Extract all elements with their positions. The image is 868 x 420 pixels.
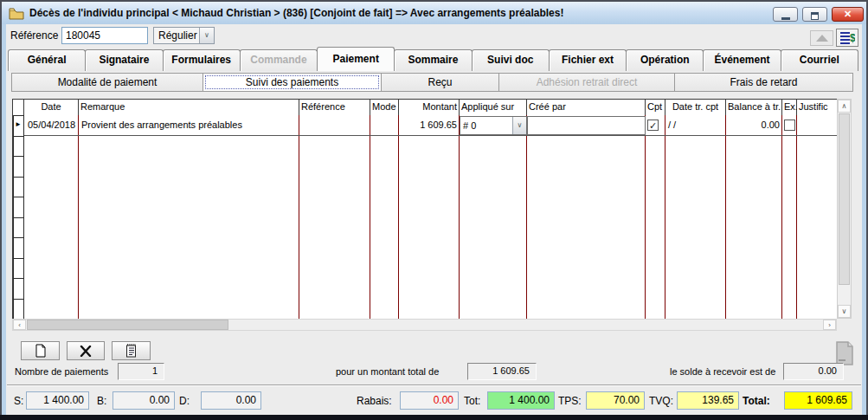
cell-exc [782, 115, 797, 136]
row-selector-cell[interactable] [13, 178, 24, 198]
total-amount-value: 1 609.65 [467, 363, 537, 380]
tab-formulaires[interactable]: Formulaires [163, 49, 241, 71]
vertical-scrollbar-thumb[interactable] [839, 113, 850, 285]
subtab-frais-de-retard[interactable]: Frais de retard [674, 73, 853, 92]
column-header-date: Date [24, 100, 79, 116]
new-document-icon [35, 344, 47, 358]
maximize-icon [811, 12, 819, 20]
file-type-select[interactable]: Régulier ∨ [153, 27, 215, 44]
cell-justification [797, 115, 838, 136]
tab-signataire[interactable]: Signataire [85, 49, 163, 71]
tab-evenement[interactable]: Événement [703, 49, 781, 71]
subtotal-field: 1 400.00 [487, 391, 555, 410]
row-selector-cell[interactable] [13, 300, 24, 320]
column-header-mode: Mode [370, 100, 399, 116]
minimize-icon [781, 17, 790, 20]
cell-applique-sur-select[interactable]: # 0∨ [460, 116, 527, 135]
reference-input[interactable]: 180045 [61, 27, 148, 44]
d-field: 0.00 [201, 391, 261, 410]
column-header-balance-a-tr: Balance à tr. [726, 100, 782, 116]
notes-button[interactable] [112, 341, 151, 360]
row-selector-column: ► [13, 115, 24, 319]
subtab-recu[interactable]: Reçu [381, 73, 499, 92]
tab-suivi-doc[interactable]: Suivi doc [472, 49, 550, 71]
title-bar[interactable]: Décès de l'individu principal < Michaud … [2, 2, 866, 24]
cell-remarque: Provient des arrangements préalables [79, 115, 299, 136]
grid-column-cpt [646, 115, 665, 319]
column-header-exc: Ex.C. [782, 100, 797, 116]
row-selector-cell[interactable] [13, 279, 24, 300]
grid-body: ►05/04/2018Provient des arrangements pré… [12, 115, 837, 319]
chevron-down-icon[interactable]: ∨ [199, 28, 214, 43]
main-tab-bar: Général Signataire Formulaires Commande … [9, 49, 858, 71]
grid-column-mode [370, 115, 399, 319]
chevron-down-icon[interactable]: ∨ [512, 117, 526, 134]
grid-header-row: DateRemarqueRéférenceModeMontantAppliqué… [12, 99, 837, 115]
subtotal-label: Tot: [464, 395, 480, 407]
row-selector-cell[interactable] [13, 238, 24, 259]
scroll-left-icon[interactable]: ‹ [13, 320, 26, 330]
column-header-remarque: Remarque [79, 100, 299, 116]
close-icon: ✕ [844, 9, 852, 19]
minimize-button[interactable] [773, 7, 798, 22]
file-type-value: Régulier [154, 28, 199, 43]
payment-subtab-bar: Modalité de paiement Suivi des paiements… [12, 73, 857, 92]
row-selector-cell[interactable] [13, 197, 24, 218]
subtab-suivi-des-paiements[interactable]: Suivi des paiements [203, 73, 382, 92]
horizontal-scrollbar-thumb[interactable] [27, 320, 228, 330]
discount-label: Rabais: [357, 395, 392, 407]
vertical-scrollbar[interactable]: ∧ ∨ [837, 99, 852, 319]
row-selector-cell[interactable] [13, 137, 24, 158]
row-selector-cell[interactable]: ► [13, 116, 24, 137]
row-selector-cell[interactable] [13, 218, 24, 239]
row-selector-cell[interactable] [13, 259, 24, 280]
tab-sommaire[interactable]: Sommaire [394, 49, 472, 71]
close-button[interactable]: ✕ [832, 7, 864, 22]
triangle-up-icon [816, 35, 828, 42]
new-payment-button[interactable] [21, 341, 60, 360]
scroll-down-icon[interactable]: ∨ [838, 305, 851, 318]
tab-commande: Commande [240, 49, 318, 71]
cell-mode [370, 115, 399, 136]
d-label: D: [179, 395, 190, 407]
s-field: 1 400.00 [26, 391, 89, 410]
column-header-applique-sur: Appliqué sur [460, 100, 527, 116]
grand-total-label: Total: [743, 395, 770, 407]
balance-due-value: 0.00 [783, 363, 844, 380]
tab-operation[interactable]: Opération [626, 49, 704, 71]
folder-icon [9, 7, 24, 20]
clipboard-icon [125, 344, 137, 358]
maximize-button[interactable] [802, 7, 827, 22]
discount-field: 0.00 [400, 391, 459, 410]
tab-paiement[interactable]: Paiement [317, 47, 395, 71]
delete-x-icon [80, 346, 92, 357]
cell-cree-par-input[interactable] [527, 116, 646, 135]
subtab-modalite-de-paiement[interactable]: Modalité de paiement [11, 73, 203, 92]
column-header-selector [13, 100, 24, 116]
cell-cpt-checkbox[interactable]: ✓ [647, 120, 659, 131]
grand-total-field: 1 609.65 [784, 391, 852, 410]
horizontal-scrollbar[interactable]: ‹ › [12, 319, 837, 331]
scroll-right-icon[interactable]: › [823, 320, 836, 330]
scroll-up-icon[interactable]: ∧ [838, 100, 851, 113]
row-selector-cell[interactable] [13, 157, 24, 178]
tab-general[interactable]: Général [8, 49, 86, 71]
divider [7, 384, 861, 386]
tvq-label: TVQ: [649, 395, 673, 407]
tps-field: 70.00 [586, 391, 645, 410]
cell-exc-checkbox[interactable] [784, 120, 795, 131]
subtab-adhesion-retrait-direct: Adhésion retrait direct [498, 73, 675, 92]
tab-courriel[interactable]: Courriel [781, 49, 858, 71]
grid-column-balance-a-tr [726, 115, 782, 319]
column-header-justification: Justific [797, 100, 838, 116]
application-window: Décès de l'individu principal < Michaud … [0, 0, 868, 420]
tab-fichier-ext[interactable]: Fichier ext [549, 49, 627, 71]
tvq-field: 139.65 [677, 391, 739, 410]
price-list-button[interactable]: $ [836, 29, 858, 47]
cell-date-tr-cpt: / / [665, 115, 726, 136]
price-list-icon: $ [839, 31, 855, 44]
grid-column-reference [299, 115, 370, 319]
delete-payment-button[interactable] [67, 341, 105, 360]
column-header-date-tr-cpt: Date tr. cpt [665, 100, 726, 116]
tps-label: TPS: [558, 395, 582, 407]
